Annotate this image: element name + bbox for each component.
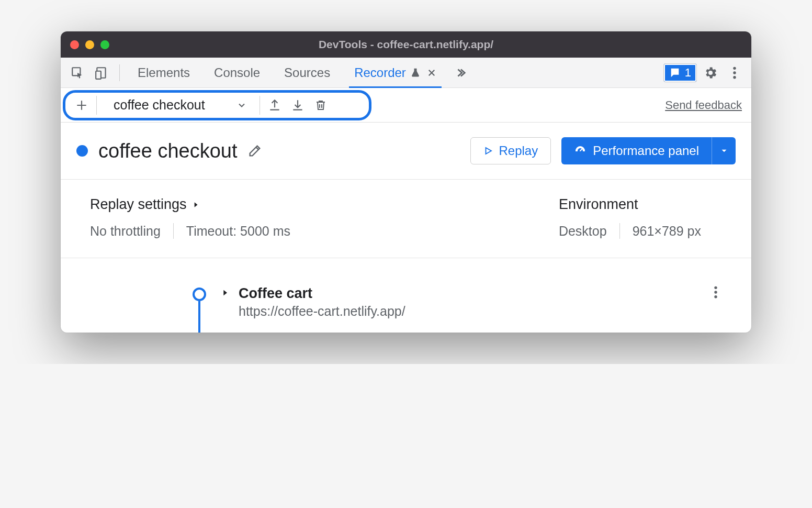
divider	[119, 64, 120, 81]
chevron-down-icon	[236, 100, 247, 111]
new-recording-button[interactable]	[70, 94, 93, 117]
divider	[619, 223, 620, 239]
expand-step-button[interactable]	[221, 288, 229, 333]
flow-title: coffee checkout	[98, 140, 237, 162]
play-icon	[483, 146, 493, 156]
svg-point-10	[714, 295, 717, 298]
kebab-menu-icon[interactable]	[724, 62, 745, 83]
issues-icon	[669, 67, 681, 79]
environment-heading: Environment	[559, 196, 701, 213]
svg-rect-4	[672, 72, 675, 73]
step-line	[198, 301, 200, 333]
flask-icon	[410, 67, 421, 79]
svg-point-6	[733, 71, 736, 74]
svg-point-8	[714, 286, 717, 289]
performance-panel-button[interactable]: Performance panel	[561, 137, 712, 164]
replay-button[interactable]: Replay	[470, 137, 551, 164]
tab-recorder[interactable]: Recorder	[344, 58, 447, 88]
devtools-window: DevTools - coffee-cart.netlify.app/ Elem…	[61, 31, 751, 333]
recording-header: coffee checkout Replay Performance panel	[61, 123, 751, 180]
window-title: DevTools - coffee-cart.netlify.app/	[61, 38, 751, 51]
tab-elements[interactable]: Elements	[127, 58, 200, 88]
replay-settings-heading[interactable]: Replay settings	[90, 196, 290, 213]
recording-dropdown[interactable]: coffee checkout	[100, 97, 256, 113]
svg-point-7	[733, 75, 736, 78]
step-circle-icon	[193, 288, 206, 301]
edit-title-button[interactable]	[247, 143, 262, 158]
svg-rect-2	[96, 71, 101, 79]
issues-button[interactable]: 1	[663, 63, 697, 82]
triangle-right-icon	[192, 200, 199, 209]
step-title: Coffee cart	[239, 285, 405, 302]
devtools-tabstrip: Elements Console Sources Recorder 1	[61, 58, 751, 88]
performance-panel-button-group: Performance panel	[561, 137, 736, 164]
delete-button[interactable]	[309, 94, 332, 117]
step-row: Coffee cart https://coffee-cart.netlify.…	[90, 288, 722, 333]
issues-count: 1	[685, 66, 691, 80]
export-button[interactable]	[263, 94, 286, 117]
step-kebab-menu[interactable]	[714, 285, 718, 333]
timeout-value: Timeout: 5000 ms	[186, 224, 290, 239]
settings-row: Replay settings No throttling Timeout: 5…	[61, 180, 751, 258]
svg-point-5	[733, 67, 736, 69]
replay-settings-col: Replay settings No throttling Timeout: 5…	[90, 196, 290, 239]
viewport-value: 961×789 px	[633, 224, 701, 239]
perf-label: Performance panel	[593, 143, 699, 158]
send-feedback-link[interactable]: Send feedback	[665, 98, 742, 112]
divider	[96, 96, 97, 115]
chevron-down-icon	[719, 146, 729, 156]
replay-label: Replay	[499, 143, 538, 158]
import-button[interactable]	[286, 94, 309, 117]
divider	[173, 223, 174, 239]
step-content[interactable]: Coffee cart https://coffee-cart.netlify.…	[239, 285, 405, 333]
titlebar: DevTools - coffee-cart.netlify.app/	[61, 31, 751, 58]
svg-rect-3	[672, 70, 677, 71]
recorder-toolbar: coffee checkout Send feedback	[61, 88, 751, 123]
performance-panel-dropdown[interactable]	[712, 137, 736, 164]
step-marker	[193, 288, 206, 333]
gauge-icon	[574, 145, 587, 157]
step-url: https://coffee-cart.netlify.app/	[239, 304, 405, 319]
svg-point-9	[714, 291, 717, 293]
steps-panel: Coffee cart https://coffee-cart.netlify.…	[61, 258, 751, 333]
device-toolbar-icon[interactable]	[91, 62, 112, 83]
inspect-element-icon[interactable]	[67, 62, 88, 83]
tab-sources[interactable]: Sources	[274, 58, 341, 88]
window-close-button[interactable]	[70, 40, 79, 49]
environment-col: Environment Desktop 961×789 px	[559, 196, 701, 239]
recording-name: coffee checkout	[114, 97, 205, 113]
device-value: Desktop	[559, 224, 607, 239]
divider	[260, 96, 260, 115]
window-zoom-button[interactable]	[100, 40, 109, 49]
tab-console[interactable]: Console	[204, 58, 270, 88]
traffic-lights	[70, 40, 109, 49]
status-dot	[76, 145, 88, 157]
close-tab-icon[interactable]	[427, 68, 436, 78]
throttling-value: No throttling	[90, 224, 161, 239]
window-minimize-button[interactable]	[85, 40, 94, 49]
settings-icon[interactable]	[700, 62, 721, 83]
more-tabs-icon[interactable]	[450, 62, 471, 83]
